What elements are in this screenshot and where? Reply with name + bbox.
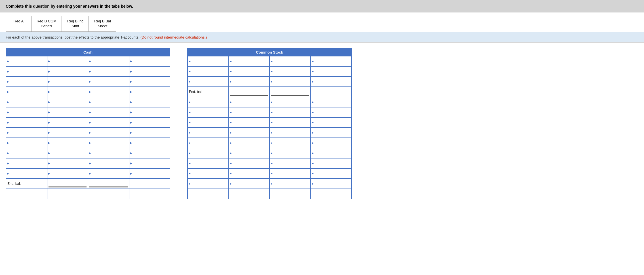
- cs-final-c2[interactable]: [229, 189, 270, 199]
- cash-r1-c3[interactable]: [88, 56, 129, 66]
- cash-r10-c3[interactable]: [88, 148, 129, 158]
- cash-r2-c1[interactable]: [6, 66, 47, 77]
- cash-r7-c2[interactable]: [47, 117, 88, 128]
- cs-after-r3-c1[interactable]: [188, 117, 229, 128]
- cs-r1-c1[interactable]: [188, 56, 229, 66]
- cs-r3-c4[interactable]: [311, 77, 352, 87]
- cash-r11-c1[interactable]: [6, 158, 47, 168]
- cs-r3-c1[interactable]: [188, 77, 229, 87]
- cash-r11-c3[interactable]: [88, 158, 129, 168]
- cash-r3-c1[interactable]: [6, 77, 47, 87]
- cash-r9-c3[interactable]: [88, 138, 129, 148]
- cash-r10-c4[interactable]: [129, 148, 170, 158]
- cash-r12-c3[interactable]: [88, 168, 129, 179]
- cs-final-c3[interactable]: [270, 189, 311, 199]
- tab-req-b-bal[interactable]: Req B BalSheet: [89, 16, 116, 32]
- cs-after-r9-c4[interactable]: [311, 179, 352, 189]
- cs-after-r8-c4[interactable]: [311, 168, 352, 179]
- cash-r4-c3[interactable]: [88, 87, 129, 97]
- cash-r12-c4[interactable]: [129, 168, 170, 179]
- tab-req-a[interactable]: Req A: [6, 16, 31, 32]
- cash-r12-c1[interactable]: [6, 168, 47, 179]
- cash-r6-c3[interactable]: [88, 107, 129, 117]
- tab-req-b-inc[interactable]: Req B IncStmt: [62, 16, 89, 32]
- cash-r7-c3[interactable]: [88, 117, 129, 128]
- cs-after-r4-c4[interactable]: [311, 128, 352, 138]
- cs-after-r4-c1[interactable]: [188, 128, 229, 138]
- cs-final-c1[interactable]: [188, 189, 229, 199]
- cs-after-r3-c4[interactable]: [311, 117, 352, 128]
- cs-r2-c4[interactable]: [311, 66, 352, 77]
- cs-after-r1-c3[interactable]: [270, 97, 311, 107]
- cs-after-r7-c2[interactable]: [229, 158, 270, 168]
- cs-after-r3-c2[interactable]: [229, 117, 270, 128]
- cash-r3-c2[interactable]: [47, 77, 88, 87]
- cs-after-r8-c2[interactable]: [229, 168, 270, 179]
- cs-r1-c4[interactable]: [311, 56, 352, 66]
- cash-extra-r1-c2[interactable]: [47, 189, 88, 199]
- cs-r2-c2[interactable]: [229, 66, 270, 77]
- cs-r2-c1[interactable]: [188, 66, 229, 77]
- cash-r8-c1[interactable]: [6, 128, 47, 138]
- cs-after-r7-c4[interactable]: [311, 158, 352, 168]
- cash-r10-c1[interactable]: [6, 148, 47, 158]
- cash-r8-c2[interactable]: [47, 128, 88, 138]
- cs-after-r9-c1[interactable]: [188, 179, 229, 189]
- cs-after-r9-c2[interactable]: [229, 179, 270, 189]
- cash-end-bal-cell-3[interactable]: [129, 179, 170, 189]
- cs-after-r4-c2[interactable]: [229, 128, 270, 138]
- cs-after-r6-c4[interactable]: [311, 148, 352, 158]
- cs-r2-c3[interactable]: [270, 66, 311, 77]
- cash-r4-c1[interactable]: [6, 87, 47, 97]
- cash-r4-c2[interactable]: [47, 87, 88, 97]
- cs-after-r6-c1[interactable]: [188, 148, 229, 158]
- cash-extra-r1-c1[interactable]: [6, 189, 47, 199]
- cs-after-r4-c3[interactable]: [270, 128, 311, 138]
- cs-end-bal-cell-1[interactable]: [229, 87, 270, 97]
- cash-r5-c3[interactable]: [88, 97, 129, 107]
- cash-r9-c2[interactable]: [47, 138, 88, 148]
- cs-after-r6-c2[interactable]: [229, 148, 270, 158]
- cs-after-r5-c2[interactable]: [229, 138, 270, 148]
- cash-r1-c1[interactable]: [6, 56, 47, 66]
- cs-after-r2-c1[interactable]: [188, 107, 229, 117]
- cs-after-r6-c3[interactable]: [270, 148, 311, 158]
- cash-r3-c3[interactable]: [88, 77, 129, 87]
- cs-end-bal-cell-3[interactable]: [311, 87, 352, 97]
- cash-r2-c4[interactable]: [129, 66, 170, 77]
- cash-r2-c3[interactable]: [88, 66, 129, 77]
- cs-after-r1-c4[interactable]: [311, 97, 352, 107]
- cs-after-r8-c1[interactable]: [188, 168, 229, 179]
- cs-after-r1-c1[interactable]: [188, 97, 229, 107]
- cs-after-r3-c3[interactable]: [270, 117, 311, 128]
- cs-r3-c2[interactable]: [229, 77, 270, 87]
- cash-r10-c2[interactable]: [47, 148, 88, 158]
- cash-r3-c4[interactable]: [129, 77, 170, 87]
- cash-r6-c1[interactable]: [6, 107, 47, 117]
- cash-r8-c4[interactable]: [129, 128, 170, 138]
- cs-after-r8-c3[interactable]: [270, 168, 311, 179]
- cash-r5-c1[interactable]: [6, 97, 47, 107]
- cash-end-bal-cell-1[interactable]: [47, 179, 88, 189]
- cs-after-r5-c1[interactable]: [188, 138, 229, 148]
- cs-after-r2-c3[interactable]: [270, 107, 311, 117]
- cash-r4-c4[interactable]: [129, 87, 170, 97]
- cs-after-r7-c3[interactable]: [270, 158, 311, 168]
- cash-end-bal-cell-2[interactable]: [88, 179, 129, 189]
- cs-after-r5-c3[interactable]: [270, 138, 311, 148]
- cash-r1-c4[interactable]: [129, 56, 170, 66]
- cash-extra-r1-c3[interactable]: [88, 189, 129, 199]
- cs-after-r5-c4[interactable]: [311, 138, 352, 148]
- cs-r1-c2[interactable]: [229, 56, 270, 66]
- cash-r12-c2[interactable]: [47, 168, 88, 179]
- cash-r1-c2[interactable]: [47, 56, 88, 66]
- cash-r9-c1[interactable]: [6, 138, 47, 148]
- cs-end-bal-cell-2[interactable]: [270, 87, 311, 97]
- cash-r7-c1[interactable]: [6, 117, 47, 128]
- cash-r11-c4[interactable]: [129, 158, 170, 168]
- cs-final-c4[interactable]: [311, 189, 352, 199]
- cash-r2-c2[interactable]: [47, 66, 88, 77]
- cash-r11-c2[interactable]: [47, 158, 88, 168]
- cash-r7-c4[interactable]: [129, 117, 170, 128]
- cs-r1-c3[interactable]: [270, 56, 311, 66]
